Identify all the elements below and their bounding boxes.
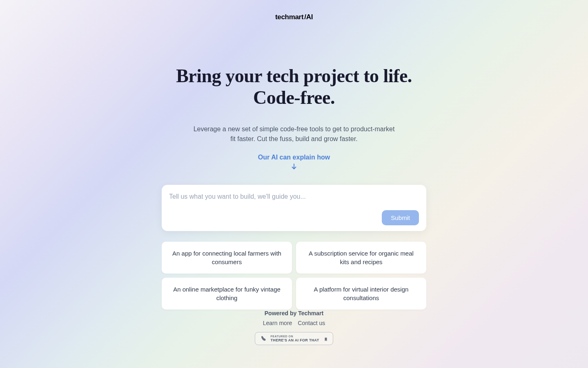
headline: Bring your tech project to life. Code-fr…: [176, 65, 412, 109]
contact-us-link[interactable]: Contact us: [298, 320, 325, 326]
footer: Powered by Techmart Learn more Contact u…: [0, 310, 588, 345]
cta-text: Our AI can explain how: [258, 154, 330, 161]
headline-line2: Code-free.: [253, 87, 335, 108]
input-footer: Submit: [169, 210, 419, 225]
suggestion-card[interactable]: An online marketplace for funky vintage …: [162, 278, 292, 310]
logo-suffix: /AI: [304, 13, 313, 21]
badge-small-text: FEATURED ON: [271, 335, 319, 338]
prompt-input-card: Submit: [162, 185, 426, 231]
flex-arm-icon: [260, 335, 267, 342]
subheadline: Leverage a new set of simple code-free t…: [192, 124, 396, 144]
powered-by-text: Powered by Techmart: [265, 310, 323, 316]
suggestion-card[interactable]: An app for connecting local farmers with…: [162, 242, 292, 274]
footer-links: Learn more Contact us: [263, 320, 325, 326]
logo[interactable]: techmart/AI: [275, 13, 313, 21]
suggestions-grid: An app for connecting local farmers with…: [162, 242, 426, 310]
learn-more-link[interactable]: Learn more: [263, 320, 292, 326]
bookmark-icon: [324, 336, 328, 341]
logo-main: techmart: [275, 13, 303, 21]
featured-badge[interactable]: FEATURED ON THERE'S AN AI FOR THAT: [255, 332, 334, 345]
badge-main-text: THERE'S AN AI FOR THAT: [271, 339, 319, 342]
suggestion-card[interactable]: A subscription service for organic meal …: [296, 242, 426, 274]
submit-button[interactable]: Submit: [382, 210, 419, 225]
badge-text: FEATURED ON THERE'S AN AI FOR THAT: [271, 335, 319, 342]
main-content: Bring your tech project to life. Code-fr…: [0, 65, 588, 310]
prompt-input[interactable]: [169, 193, 419, 203]
arrow-down-icon: [290, 163, 298, 170]
headline-line1: Bring your tech project to life.: [176, 65, 412, 86]
suggestion-card[interactable]: A platform for virtual interior design c…: [296, 278, 426, 310]
